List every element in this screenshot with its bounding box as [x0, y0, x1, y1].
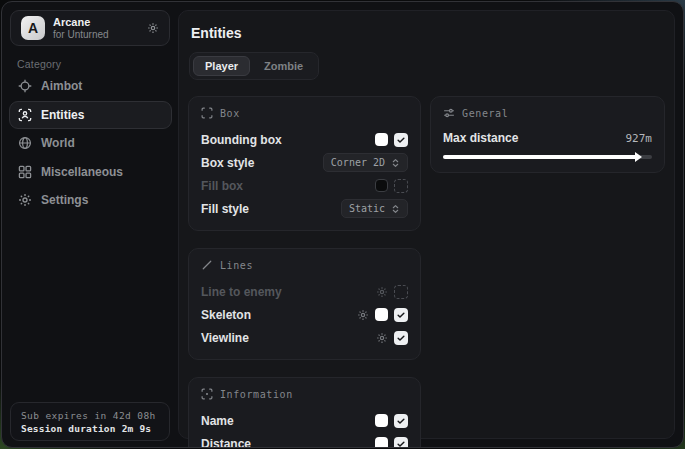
page-title: Entities: [191, 25, 665, 41]
name-checkbox[interactable]: [394, 414, 408, 428]
sidebar-item-miscellaneous[interactable]: Miscellaneous: [9, 158, 172, 186]
color-swatch[interactable]: [375, 133, 388, 146]
fill-style-select[interactable]: Static: [341, 199, 408, 218]
row-controls: [375, 179, 408, 193]
fill-box-row: Fill box: [201, 174, 408, 197]
select-value: Corner 2D: [331, 157, 385, 168]
sub-expiry-text: Sub expires in 42d 08h: [21, 410, 159, 421]
entities-icon: [18, 108, 32, 122]
sidebar-nav: Aimbot Entities: [9, 72, 172, 215]
content-columns: Box Bounding box Box style: [188, 96, 665, 448]
sidebar-item-label: Settings: [41, 193, 88, 207]
sidebar-item-label: Aimbot: [41, 79, 82, 93]
brand-subtitle: for Unturned: [53, 29, 139, 41]
box-corners-icon: [201, 107, 213, 119]
section-title: Information: [220, 389, 293, 400]
viewline-row: Viewline: [201, 326, 408, 349]
select-value: Static: [349, 203, 385, 214]
row-label: Viewline: [201, 331, 249, 345]
row-label: Line to enemy: [201, 285, 282, 299]
sidebar-item-label: Entities: [41, 108, 84, 122]
left-column: Box Bounding box Box style: [188, 96, 421, 448]
row-label: Name: [201, 414, 234, 428]
tab-zombie[interactable]: Zombie: [252, 56, 315, 76]
section-title: Lines: [220, 260, 253, 271]
subscription-info-card: Sub expires in 42d 08h Session duration …: [10, 402, 170, 441]
gear-icon[interactable]: [147, 22, 159, 34]
color-swatch[interactable]: [375, 437, 388, 448]
row-controls: [357, 308, 408, 322]
slider-fill: [443, 155, 637, 159]
diagonal-line-icon: [201, 259, 213, 271]
fill-style-row: Fill style Static: [201, 197, 408, 220]
category-label: Category: [17, 58, 61, 70]
viewline-checkbox[interactable]: [394, 331, 408, 345]
row-label: Fill style: [201, 202, 249, 216]
distance-row: Distance: [201, 432, 408, 448]
box-style-select[interactable]: Corner 2D: [323, 153, 408, 172]
gear-icon: [18, 193, 32, 207]
general-card-header: General: [443, 107, 652, 119]
sliders-icon: [443, 107, 455, 119]
information-card: Information Name Distance: [188, 377, 421, 448]
sidebar-item-aimbot[interactable]: Aimbot: [9, 72, 172, 100]
grid-icon: [18, 165, 32, 179]
line-to-enemy-checkbox[interactable]: [394, 285, 408, 299]
box-card: Box Bounding box Box style: [188, 96, 421, 231]
distance-checkbox[interactable]: [394, 437, 408, 449]
max-distance-row: Max distance 927m: [443, 128, 652, 148]
globe-icon: [18, 136, 32, 150]
check-icon: [396, 416, 406, 426]
tab-player[interactable]: Player: [193, 56, 250, 76]
row-label: Max distance: [443, 131, 518, 145]
name-row: Name: [201, 409, 408, 432]
sidebar-item-world[interactable]: World: [9, 129, 172, 157]
max-distance-slider[interactable]: [443, 152, 652, 162]
sidebar-item-settings[interactable]: Settings: [9, 186, 172, 214]
chevron-up-down-icon: [391, 204, 400, 214]
bounding-box-row: Bounding box: [201, 128, 408, 151]
section-title: General: [462, 108, 508, 119]
sidebar-item-label: World: [41, 136, 75, 150]
row-controls: [376, 331, 408, 345]
row-label: Bounding box: [201, 133, 282, 147]
gear-icon[interactable]: [357, 309, 369, 321]
gear-icon[interactable]: [376, 286, 388, 298]
crosshair-icon: [18, 79, 32, 93]
information-card-header: Information: [201, 388, 408, 400]
sidebar: A Arcane for Unturned Category: [2, 2, 178, 447]
row-label: Fill box: [201, 179, 243, 193]
gear-icon[interactable]: [376, 332, 388, 344]
check-icon: [396, 439, 406, 449]
row-controls: [375, 133, 408, 147]
app-window: A Arcane for Unturned Category: [1, 1, 684, 448]
row-label: Skeleton: [201, 308, 251, 322]
color-swatch[interactable]: [375, 414, 388, 427]
color-swatch[interactable]: [375, 308, 388, 321]
sidebar-item-entities[interactable]: Entities: [9, 101, 172, 129]
row-controls: [375, 437, 408, 449]
color-swatch[interactable]: [375, 179, 388, 192]
box-style-row: Box style Corner 2D: [201, 151, 408, 174]
check-icon: [396, 135, 406, 145]
check-icon: [396, 310, 406, 320]
row-controls: [375, 414, 408, 428]
slider-thumb[interactable]: [635, 152, 642, 162]
brand-card: A Arcane for Unturned: [10, 10, 170, 46]
fill-box-checkbox[interactable]: [394, 179, 408, 193]
skeleton-row: Skeleton: [201, 303, 408, 326]
right-column: General Max distance 927m: [430, 96, 665, 173]
general-card: General Max distance 927m: [430, 96, 665, 173]
box-card-header: Box: [201, 107, 408, 119]
brand-logo: A: [21, 16, 45, 40]
lines-card: Lines Line to enemy Skeleton: [188, 248, 421, 360]
max-distance-value: 927m: [626, 132, 653, 145]
session-duration-text: Session duration 2m 9s: [21, 423, 159, 434]
lines-card-header: Lines: [201, 259, 408, 271]
sidebar-item-label: Miscellaneous: [41, 165, 123, 179]
brand-name: Arcane: [53, 16, 139, 29]
chevron-up-down-icon: [391, 158, 400, 168]
line-to-enemy-row: Line to enemy: [201, 280, 408, 303]
bounding-box-checkbox[interactable]: [394, 133, 408, 147]
skeleton-checkbox[interactable]: [394, 308, 408, 322]
